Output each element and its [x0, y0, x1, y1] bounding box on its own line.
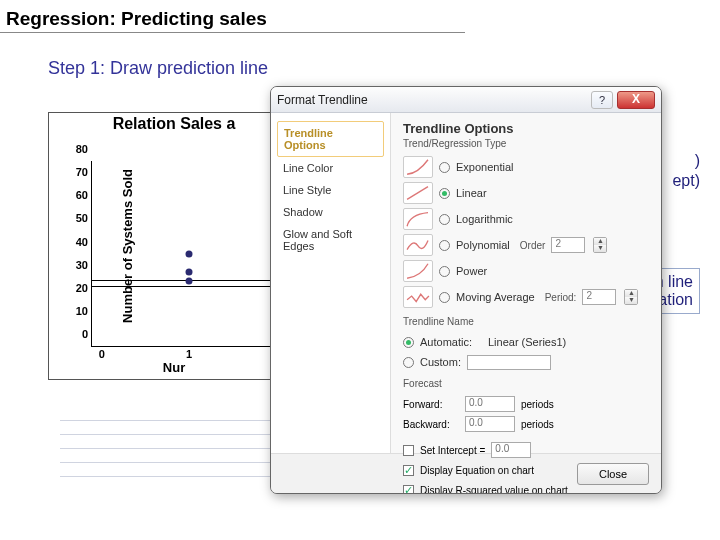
ytick: 80 — [76, 143, 92, 155]
section-title: Trendline Options — [403, 121, 649, 136]
radio[interactable] — [439, 188, 450, 199]
data-point — [186, 250, 193, 257]
set-intercept-row[interactable]: Set Intercept = 0.0 — [403, 440, 649, 460]
svg-line-0 — [407, 187, 428, 200]
name-custom-label: Custom: — [420, 356, 461, 368]
logarithmic-icon — [403, 208, 433, 230]
display-r2-label: Display R-squared value on chart — [420, 485, 568, 495]
ytick: 50 — [76, 212, 92, 224]
obscured-text: ept) — [672, 172, 700, 190]
xtick: 0 — [99, 346, 105, 360]
sidebar-item-line-color[interactable]: Line Color — [277, 157, 384, 179]
order-stepper[interactable]: ▲▼ — [593, 237, 607, 253]
exponential-icon — [403, 156, 433, 178]
ytick: 0 — [82, 328, 92, 340]
name-auto-value: Linear (Series1) — [488, 336, 566, 348]
period-label: Period: — [545, 292, 577, 303]
dialog-title: Format Trendline — [277, 93, 591, 107]
name-auto-label: Automatic: — [420, 336, 472, 348]
section-subtitle: Trend/Regression Type — [403, 138, 649, 149]
period-field[interactable]: 2 — [582, 289, 616, 305]
forecast-fwd-field[interactable]: 0.0 — [465, 396, 515, 412]
data-point — [186, 278, 193, 285]
set-intercept-label: Set Intercept = — [420, 445, 485, 456]
ytick: 10 — [76, 305, 92, 317]
radio[interactable] — [439, 240, 450, 251]
order-field[interactable]: 2 — [551, 237, 585, 253]
name-custom-row[interactable]: Custom: — [403, 352, 649, 372]
ytick: 20 — [76, 282, 92, 294]
sidebar-item-line-style[interactable]: Line Style — [277, 179, 384, 201]
radio[interactable] — [403, 337, 414, 348]
forecast-unit: periods — [521, 419, 554, 430]
sidebar-item-glow[interactable]: Glow and Soft Edges — [277, 223, 384, 257]
power-icon — [403, 260, 433, 282]
chart-title: Relation Sales a — [74, 115, 274, 133]
radio[interactable] — [439, 162, 450, 173]
name-custom-input[interactable] — [467, 355, 551, 370]
step-subtitle: Step 1: Draw prediction line — [48, 58, 268, 79]
option-label: Linear — [456, 187, 487, 199]
ytick: 40 — [76, 236, 92, 248]
option-power[interactable]: Power — [403, 258, 649, 284]
chart: Relation Sales a Number of Systems Sold … — [48, 112, 300, 380]
radio[interactable] — [439, 214, 450, 225]
moving-average-icon — [403, 286, 433, 308]
radio[interactable] — [439, 292, 450, 303]
forecast-bwd-label: Backward: — [403, 419, 459, 430]
forecast-unit: periods — [521, 399, 554, 410]
option-label: Exponential — [456, 161, 514, 173]
option-logarithmic[interactable]: Logarithmic — [403, 206, 649, 232]
trendline-name-title: Trendline Name — [403, 316, 649, 327]
data-point — [186, 269, 193, 276]
page-title: Regression: Predicting sales — [6, 8, 267, 30]
forecast-bwd-field[interactable]: 0.0 — [465, 416, 515, 432]
obscured-text: ) — [695, 152, 700, 170]
checkbox[interactable] — [403, 465, 414, 476]
dialog-sidebar: Trendline Options Line Color Line Style … — [271, 113, 391, 453]
ytick: 30 — [76, 259, 92, 271]
forecast-title: Forecast — [403, 378, 649, 389]
option-label: Polynomial — [456, 239, 510, 251]
ytick: 70 — [76, 166, 92, 178]
period-stepper[interactable]: ▲▼ — [624, 289, 638, 305]
polynomial-icon — [403, 234, 433, 256]
close-x-button[interactable]: X — [617, 91, 655, 109]
option-polynomial[interactable]: Polynomial Order 2 ▲▼ — [403, 232, 649, 258]
dialog-titlebar[interactable]: Format Trendline ? X — [271, 87, 661, 113]
dialog-main: Trendline Options Trend/Regression Type … — [391, 113, 661, 453]
option-linear[interactable]: Linear — [403, 180, 649, 206]
xtick: 1 — [186, 346, 192, 360]
forecast-backward-row: Backward: 0.0 periods — [403, 414, 649, 434]
option-label: Power — [456, 265, 487, 277]
close-button[interactable]: Close — [577, 463, 649, 485]
option-moving-average[interactable]: Moving Average Period: 2 ▲▼ — [403, 284, 649, 310]
name-automatic-row[interactable]: Automatic: Linear (Series1) — [403, 332, 649, 352]
ytick: 60 — [76, 189, 92, 201]
radio[interactable] — [403, 357, 414, 368]
format-trendline-dialog: Format Trendline ? X Trendline Options L… — [270, 86, 662, 494]
option-label: Moving Average — [456, 291, 535, 303]
linear-icon — [403, 182, 433, 204]
radio[interactable] — [439, 266, 450, 277]
sidebar-item-trendline-options[interactable]: Trendline Options — [277, 121, 384, 157]
option-label: Logarithmic — [456, 213, 513, 225]
order-label: Order — [520, 240, 546, 251]
sidebar-item-shadow[interactable]: Shadow — [277, 201, 384, 223]
chart-xlabel: Nur — [163, 360, 185, 375]
trendline-bottom — [92, 286, 286, 287]
display-equation-label: Display Equation on chart — [420, 465, 534, 476]
checkbox[interactable] — [403, 485, 414, 495]
intercept-field[interactable]: 0.0 — [491, 442, 531, 458]
checkbox[interactable] — [403, 445, 414, 456]
forecast-forward-row: Forward: 0.0 periods — [403, 394, 649, 414]
forecast-fwd-label: Forward: — [403, 399, 459, 410]
rule — [0, 32, 465, 33]
option-exponential[interactable]: Exponential — [403, 154, 649, 180]
plot-area: 0 10 20 30 40 50 60 70 80 0 1 — [91, 161, 286, 347]
help-button[interactable]: ? — [591, 91, 613, 109]
